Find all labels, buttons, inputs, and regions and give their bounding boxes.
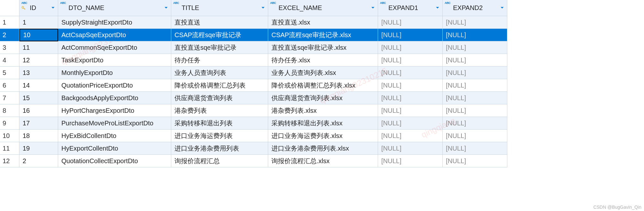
- cell-expand2[interactable]: [NULL]: [443, 54, 507, 67]
- cell-id[interactable]: 17: [19, 117, 58, 130]
- filter-dropdown-icon[interactable]: [163, 6, 169, 10]
- table-row[interactable]: 17PurchaseMoveProListExportDto采购转移和退出列表采…: [19, 117, 644, 130]
- table-row[interactable]: 1SupplyStraightExportDto直投直送直投直送.xlsx[NU…: [19, 16, 644, 29]
- cell-id[interactable]: 14: [19, 79, 58, 92]
- cell-title[interactable]: 直投直送: [171, 16, 268, 29]
- table-row[interactable]: 11ActCommonSqeExportDto直投直送sqe审批记录直投直送sq…: [19, 41, 644, 54]
- cell-dto[interactable]: HyPortChargesExportDto: [58, 104, 171, 117]
- cell-expand2[interactable]: [NULL]: [443, 117, 507, 130]
- cell-excel[interactable]: 业务人员查询列表.xlsx: [268, 67, 378, 79]
- cell-expand1[interactable]: [NULL]: [378, 117, 443, 130]
- cell-excel[interactable]: 进口业务海运费列表.xlsx: [268, 130, 378, 142]
- filter-dropdown-icon[interactable]: [50, 6, 56, 10]
- cell-id[interactable]: 13: [19, 67, 58, 79]
- cell-expand1[interactable]: [NULL]: [378, 67, 443, 79]
- cell-expand1[interactable]: [NULL]: [378, 79, 443, 92]
- cell-excel[interactable]: 供应商退货查询列表.xlsx: [268, 92, 378, 104]
- cell-excel[interactable]: 询报价流程汇总.xlsx: [268, 155, 378, 167]
- cell-expand2[interactable]: [NULL]: [443, 41, 507, 54]
- cell-dto[interactable]: ActCommonSqeExportDto: [58, 41, 171, 54]
- table-row[interactable]: 19HyExportCollentDto进口业务港杂费用列表进口业务港杂费用列表…: [19, 142, 644, 155]
- cell-title[interactable]: 港杂费列表: [171, 104, 268, 117]
- cell-id[interactable]: 11: [19, 41, 58, 54]
- cell-excel[interactable]: 采购转移和退出列表.xlsx: [268, 117, 378, 130]
- cell-expand2[interactable]: [NULL]: [443, 142, 507, 155]
- column-header-title[interactable]: ABCTITLE: [171, 0, 268, 16]
- column-header-expand2[interactable]: ABCEXPAND2: [443, 0, 507, 16]
- table-row[interactable]: 13MonthlyExportDto业务人员查询列表业务人员查询列表.xlsx[…: [19, 67, 644, 79]
- cell-excel[interactable]: 待办任务.xlsx: [268, 54, 378, 67]
- cell-title[interactable]: 进口业务海运费列表: [171, 130, 268, 142]
- row-number[interactable]: 1: [0, 16, 19, 29]
- row-number[interactable]: 12: [0, 155, 19, 167]
- cell-expand2[interactable]: [NULL]: [443, 16, 507, 29]
- row-number[interactable]: 9: [0, 117, 19, 130]
- cell-title[interactable]: 进口业务港杂费用列表: [171, 142, 268, 155]
- cell-expand1[interactable]: [NULL]: [378, 104, 443, 117]
- filter-dropdown-icon[interactable]: [260, 6, 266, 10]
- cell-expand1[interactable]: [NULL]: [378, 16, 443, 29]
- cell-expand2[interactable]: [NULL]: [443, 104, 507, 117]
- column-header-excel[interactable]: ABCEXCEL_NAME: [268, 0, 378, 16]
- cell-excel[interactable]: 进口业务港杂费用列表.xlsx: [268, 142, 378, 155]
- cell-title[interactable]: 询报价流程汇总: [171, 155, 268, 167]
- cell-title[interactable]: 直投直送sqe审批记录: [171, 41, 268, 54]
- filter-dropdown-icon[interactable]: [499, 6, 505, 10]
- cell-dto[interactable]: HyExportCollentDto: [58, 142, 171, 155]
- cell-dto[interactable]: TaskExportDto: [58, 54, 171, 67]
- row-number[interactable]: 10: [0, 130, 19, 142]
- cell-expand2[interactable]: [NULL]: [443, 155, 507, 167]
- cell-id[interactable]: 1: [19, 16, 58, 29]
- cell-id[interactable]: 16: [19, 104, 58, 117]
- cell-expand1[interactable]: [NULL]: [378, 130, 443, 142]
- row-number[interactable]: 2: [0, 29, 19, 41]
- cell-expand1[interactable]: [NULL]: [378, 29, 443, 41]
- table-row[interactable]: 18HyExBidCollentDto进口业务海运费列表进口业务海运费列表.xl…: [19, 130, 644, 142]
- table-row[interactable]: 15BackgoodsApplyExportDto供应商退货查询列表供应商退货查…: [19, 92, 644, 104]
- cell-dto[interactable]: BackgoodsApplyExportDto: [58, 92, 171, 104]
- cell-title[interactable]: CSAP流程sqe审批记录: [171, 29, 268, 41]
- cell-title[interactable]: 供应商退货查询列表: [171, 92, 268, 104]
- cell-title[interactable]: 业务人员查询列表: [171, 67, 268, 79]
- row-number[interactable]: 4: [0, 54, 19, 67]
- row-number[interactable]: 5: [0, 67, 19, 79]
- cell-id[interactable]: 10: [19, 29, 58, 41]
- filter-dropdown-icon[interactable]: [370, 6, 376, 10]
- cell-title[interactable]: 降价或价格调整汇总列表: [171, 79, 268, 92]
- row-number[interactable]: 8: [0, 104, 19, 117]
- cell-id[interactable]: 2: [19, 155, 58, 167]
- cell-dto[interactable]: PurchaseMoveProListExportDto: [58, 117, 171, 130]
- cell-id[interactable]: 18: [19, 130, 58, 142]
- cell-id[interactable]: 15: [19, 92, 58, 104]
- table-row[interactable]: 12TaskExportDto待办任务待办任务.xlsx[NULL][NULL]: [19, 54, 644, 67]
- cell-expand1[interactable]: [NULL]: [378, 142, 443, 155]
- cell-id[interactable]: 19: [19, 142, 58, 155]
- cell-dto[interactable]: MonthlyExportDto: [58, 67, 171, 79]
- cell-excel[interactable]: CSAP流程sqe审批记录.xlsx: [268, 29, 378, 41]
- column-header-id[interactable]: ABCID: [19, 0, 58, 16]
- cell-expand1[interactable]: [NULL]: [378, 155, 443, 167]
- column-header-expand1[interactable]: ABCEXPAND1: [378, 0, 443, 16]
- cell-expand1[interactable]: [NULL]: [378, 54, 443, 67]
- cell-expand2[interactable]: [NULL]: [443, 92, 507, 104]
- row-number[interactable]: 11: [0, 142, 19, 155]
- cell-excel[interactable]: 降价或价格调整汇总列表.xlsx: [268, 79, 378, 92]
- cell-expand2[interactable]: [NULL]: [443, 29, 507, 41]
- table-row[interactable]: 14QuotationPriceExportDto降价或价格调整汇总列表降价或价…: [19, 79, 644, 92]
- cell-expand1[interactable]: [NULL]: [378, 92, 443, 104]
- table-row[interactable]: 16HyPortChargesExportDto港杂费列表港杂费列表.xlsx[…: [19, 104, 644, 117]
- row-number[interactable]: 6: [0, 79, 19, 92]
- data-grid[interactable]: 123456789101112 ABCIDABCDTO_NAMEABCTITLE…: [0, 0, 644, 167]
- cell-dto[interactable]: QuotationPriceExportDto: [58, 79, 171, 92]
- column-header-dto[interactable]: ABCDTO_NAME: [58, 0, 171, 16]
- cell-excel[interactable]: 直投直送.xlsx: [268, 16, 378, 29]
- table-row[interactable]: 2QuotationCollectExportDto询报价流程汇总询报价流程汇总…: [19, 155, 644, 167]
- filter-dropdown-icon[interactable]: [435, 6, 440, 10]
- cell-title[interactable]: 采购转移和退出列表: [171, 117, 268, 130]
- cell-expand1[interactable]: [NULL]: [378, 41, 443, 54]
- cell-excel[interactable]: 直投直送sqe审批记录.xlsx: [268, 41, 378, 54]
- cell-id[interactable]: 12: [19, 54, 58, 67]
- table-row[interactable]: 10ActCsapSqeExportDtoCSAP流程sqe审批记录CSAP流程…: [19, 29, 644, 41]
- row-number[interactable]: 7: [0, 92, 19, 104]
- cell-dto[interactable]: ActCsapSqeExportDto: [58, 29, 171, 41]
